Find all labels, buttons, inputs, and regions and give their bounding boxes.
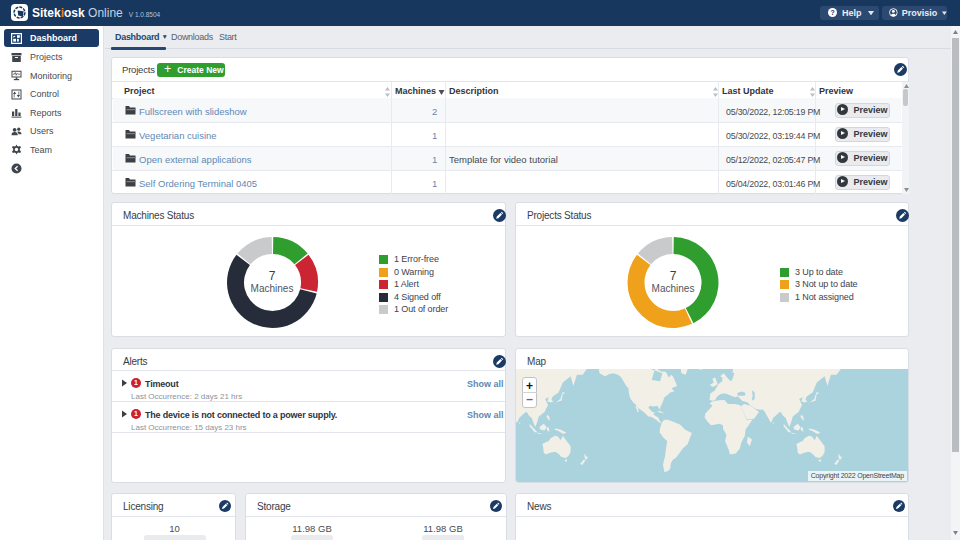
svg-text:?: ? xyxy=(830,9,834,16)
